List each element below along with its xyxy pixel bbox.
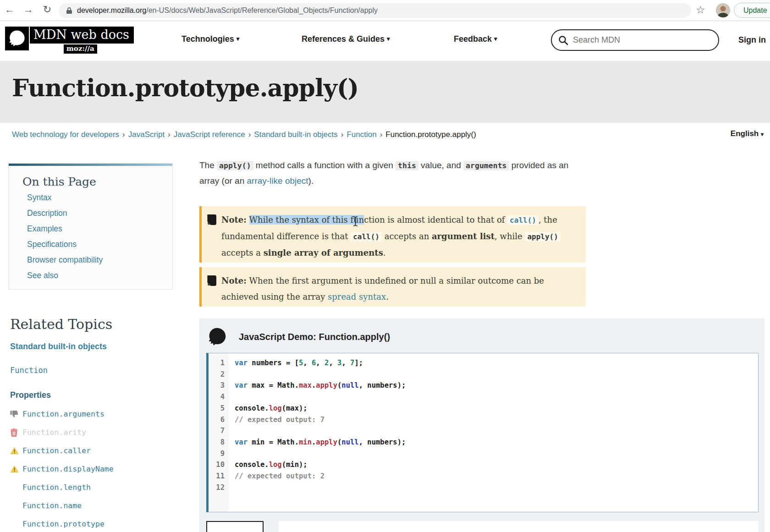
sidebar-link-function-arity[interactable]: Function.arity [22,428,86,437]
sidebar-property-item: Function.arity [10,423,184,441]
search-box[interactable] [551,29,719,51]
text-segment-plain: The [199,160,217,170]
code-token: max [252,381,264,389]
toc-link-specifications[interactable]: Specifications [27,240,77,249]
note-box-1: Note: While the syntax of this function … [199,206,586,263]
url-bar[interactable]: developer.mozilla.org/en-US/docs/Web/Jav… [59,3,691,18]
sidebar-property-item: Function.name [10,496,184,515]
code-token: min [252,438,264,446]
breadcrumb-link[interactable]: JavaScript [128,130,165,139]
language-selector[interactable]: English ▾ [731,129,764,138]
line-number: 10 [209,459,225,471]
code-token: ]; [354,359,363,367]
trash-icon [10,428,22,437]
code-line [235,448,406,460]
line-number: 4 [209,391,225,403]
inline-link[interactable]: call() [507,215,539,225]
line-number: 5 [209,403,225,414]
code-area: var numbers = [5, 6, 2, 3, 7]; var max =… [229,353,406,512]
sidebar-property-item: Function.displayName [10,460,184,478]
code-line [235,425,406,437]
search-icon [558,35,568,45]
code-token: log [269,404,282,412]
code-editor[interactable]: 123456789101112 var numbers = [5, 6, 2, … [206,353,759,512]
sidebar-link-function-length[interactable]: Function.length [22,483,91,492]
bookmark-star-icon[interactable]: ☆ [696,4,705,16]
sidebar-link-standard-built-in-objects[interactable]: Standard built-in objects [10,342,184,351]
code-token: null [341,438,358,446]
forward-button[interactable]: → [22,4,35,16]
text-segment-plain: method calls a function with a given [253,160,396,170]
code-token: console. [235,404,269,412]
sidebar-link-function-displayname[interactable]: Function.displayName [22,465,114,473]
back-button[interactable]: ← [3,4,16,16]
code-token: 2 [324,359,329,367]
toc-link-browser-compatibility[interactable]: Browser compatibility [27,255,103,264]
sidebar-link-function-prototype[interactable]: Function.prototype [22,520,104,528]
chevron-down-icon: ▾ [494,35,497,42]
code-line: var max = Math.max.apply(null, numbers); [235,380,406,391]
code-token: min [299,438,312,446]
toc-link-see-also[interactable]: See also [27,271,58,280]
text-segment-plain: . [386,292,389,302]
breadcrumb-separator: › [341,130,344,139]
breadcrumb-link[interactable]: Web technology for developers [12,130,119,139]
text-segment-plain: value, and [418,160,463,170]
toc-link-syntax[interactable]: Syntax [27,193,52,202]
text-segment-bold: Note: [221,276,247,285]
nav-feedback[interactable]: Feedback ▾ [454,34,497,44]
toc-link-examples[interactable]: Examples [27,224,62,233]
text-segment-code: this [396,161,418,170]
line-number: 3 [209,380,225,391]
search-input[interactable] [573,35,701,45]
sidebar-link-function[interactable]: Function [10,366,184,375]
code-token: , numbers); [359,438,406,446]
mdn-dino-icon [5,27,29,50]
intro-paragraph: The apply() method calls a function with… [199,158,571,188]
breadcrumb-row: Web technology for developers›JavaScript… [0,123,770,148]
sidebar-property-item: Function.prototype [10,515,184,532]
code-token: 7 [350,359,354,367]
toc-link-description[interactable]: Description [27,208,67,218]
text-segment-plain: accepts an [382,231,432,241]
profile-avatar[interactable] [716,3,730,17]
run-button[interactable]: Run › [206,521,264,532]
code-token: apply [316,381,337,389]
breadcrumb-link[interactable]: Function [346,130,376,139]
title-band: Function.prototype.apply() [0,61,770,123]
nav-technologies[interactable]: Technologies ▾ [182,34,239,44]
warning-icon [10,465,22,473]
sign-in-link[interactable]: Sign in [738,35,766,45]
line-number: 9 [209,448,225,460]
code-token: ( [337,381,341,389]
sidebar-link-function-caller[interactable]: Function.caller [22,446,91,455]
code-token: console. [235,461,269,469]
breadcrumb-link[interactable]: JavaScript reference [174,130,245,139]
text-segment-plain: accepts a [221,248,264,258]
warning-icon [10,447,22,455]
inline-link[interactable]: array-like object [247,176,308,186]
code-line [235,391,406,403]
sidebar-link-function-arguments[interactable]: Function.arguments [22,410,104,418]
chevron-down-icon: ▾ [761,131,764,137]
code-line: // expected output: 2 [235,471,406,482]
code-token: . [312,438,316,446]
browser-update-button[interactable]: Update [734,3,770,18]
sidebar-property-item: Function.caller [10,441,184,460]
breadcrumb-link[interactable]: Standard built-in objects [254,130,337,139]
code-line: console.log(max); [235,403,406,414]
code-token: (max); [282,404,308,412]
reload-button[interactable]: ↻ [40,4,54,16]
note-icon [206,275,216,291]
inline-link[interactable]: spread syntax [328,292,386,302]
sidebar-link-function-name[interactable]: Function.name [22,501,82,510]
code-line [235,482,406,494]
nav-references-guides[interactable]: References & Guides ▾ [302,34,390,44]
code-line [235,369,406,380]
line-number-gutter: 123456789101112 [209,353,229,512]
code-token: = Math. [264,381,299,389]
code-token: 5 [299,359,303,367]
code-token: numbers [252,359,281,367]
mdn-logo[interactable]: MDN web docs moz://a [5,27,134,54]
code-token: // expected output: 2 [235,472,324,480]
